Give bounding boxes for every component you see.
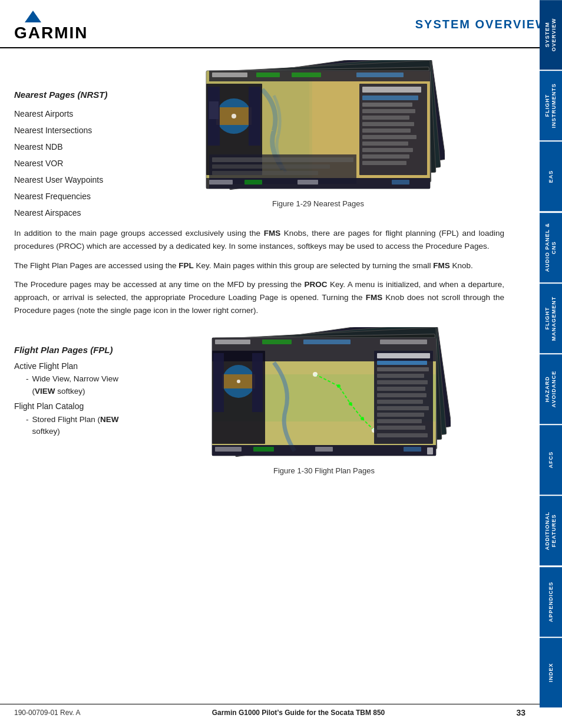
svg-rect-56 <box>215 340 250 344</box>
fpl-sub-text: Wide View, Narrow View (VIEW softkey) <box>32 373 133 397</box>
sidebar-tab-afcs[interactable]: AFCS <box>540 425 562 495</box>
svg-rect-82 <box>253 447 274 452</box>
svg-rect-14 <box>362 87 421 93</box>
svg-point-29 <box>232 114 236 118</box>
garmin-wordmark: GARMIN <box>14 24 88 42</box>
svg-rect-78 <box>213 353 224 412</box>
fpl-list-area: Flight Plan Pages (FPL) Active Flight Pl… <box>14 327 132 440</box>
fpl-title: Flight Plan Pages (FPL) <box>14 345 132 355</box>
svg-rect-61 <box>377 353 430 358</box>
svg-rect-15 <box>362 95 418 100</box>
svg-point-54 <box>361 417 364 420</box>
list-item: Nearest Airspaces <box>14 205 120 221</box>
svg-rect-25 <box>362 161 406 165</box>
svg-rect-17 <box>362 109 415 113</box>
sidebar-tab-audio-panel[interactable]: AUDIO PANEL & CNS <box>540 213 562 282</box>
sidebar-tab-flight-instruments[interactable]: FLIGHT INSTRUMENTS <box>540 71 562 140</box>
fpl-active-flight-plan: Active Flight Plan <box>14 361 78 371</box>
svg-point-77 <box>237 380 240 383</box>
page-header: GARMIN SYSTEM OVERVIEW <box>0 0 562 48</box>
svg-rect-79 <box>252 353 263 412</box>
svg-rect-10 <box>256 73 280 77</box>
body-paragraph-1: In addition to the main page groups acce… <box>14 227 504 253</box>
svg-rect-18 <box>362 116 409 120</box>
nearest-pages-list: Nearest Airports Nearest Intersections N… <box>14 106 120 221</box>
svg-point-53 <box>349 402 352 406</box>
svg-rect-36 <box>212 171 318 175</box>
chapter-title: SYSTEM OVERVIEW <box>415 11 548 31</box>
list-item: Nearest Airports <box>14 106 120 122</box>
svg-rect-73 <box>377 433 428 437</box>
svg-rect-57 <box>262 340 292 344</box>
svg-rect-66 <box>377 387 425 391</box>
list-item: Nearest VOR <box>14 155 120 172</box>
main-content: Nearest Pages (NRST) Nearest Airports Ne… <box>0 48 540 485</box>
page-footer: 190-00709-01 Rev. A Garmin G1000 Pilot’s… <box>0 704 540 717</box>
nearest-pages-section: Nearest Pages (NRST) Nearest Airports Ne… <box>14 60 504 221</box>
nearest-pages-caption: Figure 1-29 Nearest Pages <box>272 199 364 208</box>
svg-point-52 <box>337 384 340 388</box>
sidebar-tab-flight-management[interactable]: FLIGHT MANAGEMENT <box>540 284 562 353</box>
footer-doc-number: 190-00709-01 Rev. A <box>14 709 81 717</box>
svg-rect-85 <box>427 447 433 454</box>
svg-rect-22 <box>362 141 408 146</box>
right-sidebar: SYSTEM OVERVIEW FLIGHT INSTRUMENTS EAS A… <box>540 0 562 707</box>
svg-rect-81 <box>215 447 242 452</box>
svg-rect-31 <box>209 101 219 119</box>
body-paragraph-3: The Procedure pages may be accessed at a… <box>14 278 504 318</box>
fpl-sub-text-2: Stored Flight Plan (NEW softkey) <box>32 414 133 438</box>
fpl-sub-item: Wide View, Narrow View (VIEW softkey) <box>14 373 132 397</box>
fpl-catalog: Flight Plan Catalog <box>14 401 84 411</box>
svg-rect-59 <box>380 340 427 344</box>
svg-rect-21 <box>362 135 416 139</box>
svg-rect-67 <box>377 393 427 397</box>
sidebar-tab-hazard-avoidance[interactable]: HAZARD AVOIDANCE <box>540 354 562 424</box>
svg-rect-16 <box>362 103 412 107</box>
sidebar-tab-index[interactable]: INDEX <box>540 638 562 707</box>
nearest-pages-title: Nearest Pages (NRST) <box>14 90 120 100</box>
svg-rect-68 <box>377 400 423 404</box>
svg-rect-71 <box>377 419 422 423</box>
nearest-pages-figure: Figure 1-29 Nearest Pages <box>132 60 504 208</box>
svg-rect-63 <box>377 367 429 371</box>
svg-rect-83 <box>315 447 333 452</box>
fpl-section: Flight Plan Pages (FPL) Active Flight Pl… <box>14 327 504 475</box>
svg-rect-41 <box>392 180 409 185</box>
garmin-logo: GARMIN <box>14 11 88 42</box>
footer-page-number: 33 <box>516 708 525 717</box>
sidebar-tab-system-overview[interactable]: SYSTEM OVERVIEW <box>540 0 562 70</box>
svg-rect-62 <box>377 361 427 365</box>
list-item: Active Flight Plan Wide View, Narrow Vie… <box>14 360 132 397</box>
nearest-screens-image <box>191 60 445 196</box>
svg-rect-9 <box>212 73 247 77</box>
nearest-pages-list-area: Nearest Pages (NRST) Nearest Airports Ne… <box>14 60 120 221</box>
svg-rect-19 <box>362 122 414 126</box>
svg-rect-70 <box>377 413 424 417</box>
list-item: Nearest Intersections <box>14 122 120 139</box>
svg-rect-35 <box>212 164 330 169</box>
svg-rect-20 <box>362 129 411 133</box>
list-item: Nearest Frequencies <box>14 188 120 205</box>
svg-rect-12 <box>356 73 404 77</box>
sidebar-tab-eas[interactable]: EAS <box>540 141 562 211</box>
fpl-figure: Figure 1-30 Flight Plan Pages <box>144 327 504 475</box>
sidebar-tab-appendices[interactable]: APPENDICES <box>540 567 562 637</box>
svg-rect-64 <box>377 374 424 378</box>
svg-rect-72 <box>377 426 425 430</box>
svg-rect-24 <box>362 154 409 159</box>
svg-rect-23 <box>362 148 413 152</box>
body-paragraph-2: The Flight Plan Pages are accessed using… <box>14 259 504 272</box>
list-item: Flight Plan Catalog Stored Flight Plan (… <box>14 400 132 437</box>
svg-rect-58 <box>303 340 351 344</box>
sidebar-tab-additional-features[interactable]: ADDITIONAL FEATURES <box>540 496 562 565</box>
svg-rect-65 <box>377 380 428 384</box>
svg-rect-34 <box>212 157 353 162</box>
svg-rect-38 <box>209 180 233 185</box>
svg-rect-40 <box>297 180 318 185</box>
fpl-screens-image <box>197 327 451 463</box>
svg-rect-39 <box>244 180 262 185</box>
footer-book-title: Garmin G1000 Pilot’s Guide for the Socat… <box>212 709 385 717</box>
svg-rect-11 <box>292 73 321 77</box>
fpl-sub-item: Stored Flight Plan (NEW softkey) <box>14 414 132 438</box>
garmin-triangle-icon <box>25 11 41 22</box>
